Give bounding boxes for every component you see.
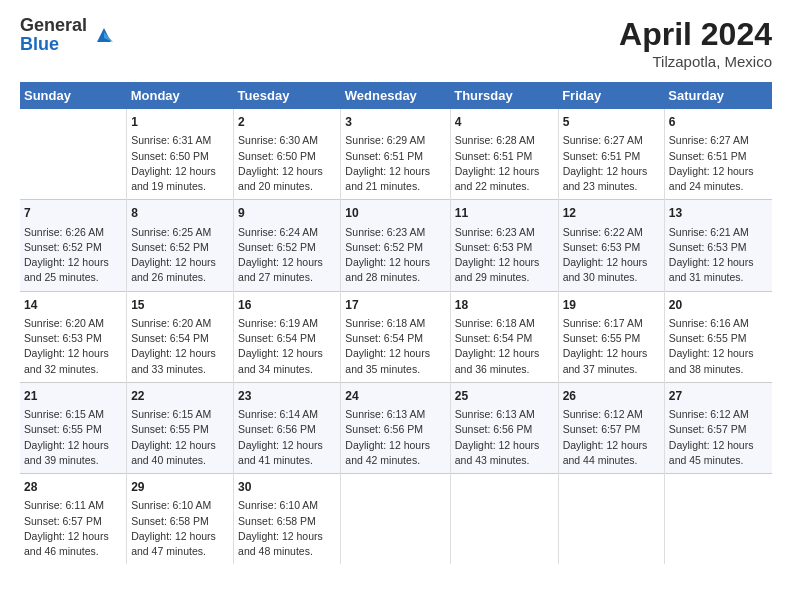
day-number: 13 [669,205,768,222]
day-info: Sunrise: 6:25 AM Sunset: 6:52 PM Dayligh… [131,225,229,286]
day-info: Sunrise: 6:23 AM Sunset: 6:52 PM Dayligh… [345,225,445,286]
calendar-day-cell [341,474,450,565]
calendar-day-cell: 1Sunrise: 6:31 AM Sunset: 6:50 PM Daylig… [127,109,234,200]
day-info: Sunrise: 6:24 AM Sunset: 6:52 PM Dayligh… [238,225,336,286]
calendar-day-cell: 18Sunrise: 6:18 AM Sunset: 6:54 PM Dayli… [450,291,558,382]
day-info: Sunrise: 6:26 AM Sunset: 6:52 PM Dayligh… [24,225,122,286]
day-info: Sunrise: 6:27 AM Sunset: 6:51 PM Dayligh… [563,133,660,194]
calendar-week-row: 1Sunrise: 6:31 AM Sunset: 6:50 PM Daylig… [20,109,772,200]
calendar-week-row: 14Sunrise: 6:20 AM Sunset: 6:53 PM Dayli… [20,291,772,382]
day-number: 20 [669,297,768,314]
day-info: Sunrise: 6:21 AM Sunset: 6:53 PM Dayligh… [669,225,768,286]
calendar-day-cell: 17Sunrise: 6:18 AM Sunset: 6:54 PM Dayli… [341,291,450,382]
day-number: 2 [238,114,336,131]
day-info: Sunrise: 6:23 AM Sunset: 6:53 PM Dayligh… [455,225,554,286]
weekday-header: Friday [558,82,664,109]
day-number: 21 [24,388,122,405]
calendar-week-row: 21Sunrise: 6:15 AM Sunset: 6:55 PM Dayli… [20,382,772,473]
day-info: Sunrise: 6:18 AM Sunset: 6:54 PM Dayligh… [345,316,445,377]
logo-blue: Blue [20,34,59,54]
day-number: 27 [669,388,768,405]
calendar-day-cell: 23Sunrise: 6:14 AM Sunset: 6:56 PM Dayli… [234,382,341,473]
day-number: 28 [24,479,122,496]
weekday-header: Thursday [450,82,558,109]
calendar-day-cell [20,109,127,200]
day-number: 1 [131,114,229,131]
day-number: 30 [238,479,336,496]
day-info: Sunrise: 6:30 AM Sunset: 6:50 PM Dayligh… [238,133,336,194]
calendar-day-cell: 26Sunrise: 6:12 AM Sunset: 6:57 PM Dayli… [558,382,664,473]
day-number: 25 [455,388,554,405]
calendar-day-cell: 4Sunrise: 6:28 AM Sunset: 6:51 PM Daylig… [450,109,558,200]
day-number: 10 [345,205,445,222]
day-number: 4 [455,114,554,131]
day-info: Sunrise: 6:31 AM Sunset: 6:50 PM Dayligh… [131,133,229,194]
calendar-day-cell: 21Sunrise: 6:15 AM Sunset: 6:55 PM Dayli… [20,382,127,473]
day-number: 17 [345,297,445,314]
day-info: Sunrise: 6:17 AM Sunset: 6:55 PM Dayligh… [563,316,660,377]
calendar-day-cell: 15Sunrise: 6:20 AM Sunset: 6:54 PM Dayli… [127,291,234,382]
calendar-table: SundayMondayTuesdayWednesdayThursdayFrid… [20,82,772,564]
weekday-header: Sunday [20,82,127,109]
weekday-header: Saturday [664,82,772,109]
calendar-day-cell: 6Sunrise: 6:27 AM Sunset: 6:51 PM Daylig… [664,109,772,200]
day-number: 15 [131,297,229,314]
calendar-day-cell: 7Sunrise: 6:26 AM Sunset: 6:52 PM Daylig… [20,200,127,291]
day-number: 23 [238,388,336,405]
calendar-day-cell: 27Sunrise: 6:12 AM Sunset: 6:57 PM Dayli… [664,382,772,473]
day-info: Sunrise: 6:10 AM Sunset: 6:58 PM Dayligh… [238,498,336,559]
day-number: 7 [24,205,122,222]
day-number: 6 [669,114,768,131]
calendar-day-cell: 30Sunrise: 6:10 AM Sunset: 6:58 PM Dayli… [234,474,341,565]
calendar-title: April 2024 [619,16,772,53]
day-number: 8 [131,205,229,222]
day-number: 24 [345,388,445,405]
day-number: 16 [238,297,336,314]
day-info: Sunrise: 6:29 AM Sunset: 6:51 PM Dayligh… [345,133,445,194]
logo-general: General [20,15,87,35]
day-info: Sunrise: 6:20 AM Sunset: 6:54 PM Dayligh… [131,316,229,377]
day-info: Sunrise: 6:10 AM Sunset: 6:58 PM Dayligh… [131,498,229,559]
day-number: 14 [24,297,122,314]
calendar-day-cell: 19Sunrise: 6:17 AM Sunset: 6:55 PM Dayli… [558,291,664,382]
day-info: Sunrise: 6:20 AM Sunset: 6:53 PM Dayligh… [24,316,122,377]
calendar-day-cell: 5Sunrise: 6:27 AM Sunset: 6:51 PM Daylig… [558,109,664,200]
day-number: 11 [455,205,554,222]
day-number: 18 [455,297,554,314]
day-info: Sunrise: 6:16 AM Sunset: 6:55 PM Dayligh… [669,316,768,377]
calendar-day-cell [450,474,558,565]
calendar-day-cell: 10Sunrise: 6:23 AM Sunset: 6:52 PM Dayli… [341,200,450,291]
calendar-day-cell: 29Sunrise: 6:10 AM Sunset: 6:58 PM Dayli… [127,474,234,565]
calendar-day-cell: 28Sunrise: 6:11 AM Sunset: 6:57 PM Dayli… [20,474,127,565]
title-block: April 2024 Tilzapotla, Mexico [619,16,772,70]
calendar-day-cell: 12Sunrise: 6:22 AM Sunset: 6:53 PM Dayli… [558,200,664,291]
calendar-day-cell: 25Sunrise: 6:13 AM Sunset: 6:56 PM Dayli… [450,382,558,473]
day-info: Sunrise: 6:14 AM Sunset: 6:56 PM Dayligh… [238,407,336,468]
day-info: Sunrise: 6:22 AM Sunset: 6:53 PM Dayligh… [563,225,660,286]
calendar-day-cell: 8Sunrise: 6:25 AM Sunset: 6:52 PM Daylig… [127,200,234,291]
logo-icon [93,24,115,46]
page-header: General Blue April 2024 Tilzapotla, Mexi… [20,16,772,70]
calendar-location: Tilzapotla, Mexico [619,53,772,70]
calendar-day-cell: 24Sunrise: 6:13 AM Sunset: 6:56 PM Dayli… [341,382,450,473]
day-info: Sunrise: 6:13 AM Sunset: 6:56 PM Dayligh… [455,407,554,468]
calendar-day-cell [558,474,664,565]
day-number: 5 [563,114,660,131]
calendar-week-row: 28Sunrise: 6:11 AM Sunset: 6:57 PM Dayli… [20,474,772,565]
day-number: 26 [563,388,660,405]
calendar-week-row: 7Sunrise: 6:26 AM Sunset: 6:52 PM Daylig… [20,200,772,291]
day-number: 12 [563,205,660,222]
calendar-day-cell: 2Sunrise: 6:30 AM Sunset: 6:50 PM Daylig… [234,109,341,200]
day-info: Sunrise: 6:28 AM Sunset: 6:51 PM Dayligh… [455,133,554,194]
day-info: Sunrise: 6:12 AM Sunset: 6:57 PM Dayligh… [669,407,768,468]
day-info: Sunrise: 6:18 AM Sunset: 6:54 PM Dayligh… [455,316,554,377]
weekday-header: Wednesday [341,82,450,109]
calendar-day-cell: 9Sunrise: 6:24 AM Sunset: 6:52 PM Daylig… [234,200,341,291]
day-info: Sunrise: 6:12 AM Sunset: 6:57 PM Dayligh… [563,407,660,468]
calendar-day-cell: 11Sunrise: 6:23 AM Sunset: 6:53 PM Dayli… [450,200,558,291]
calendar-day-cell: 22Sunrise: 6:15 AM Sunset: 6:55 PM Dayli… [127,382,234,473]
day-info: Sunrise: 6:11 AM Sunset: 6:57 PM Dayligh… [24,498,122,559]
calendar-day-cell: 14Sunrise: 6:20 AM Sunset: 6:53 PM Dayli… [20,291,127,382]
calendar-day-cell: 20Sunrise: 6:16 AM Sunset: 6:55 PM Dayli… [664,291,772,382]
day-info: Sunrise: 6:13 AM Sunset: 6:56 PM Dayligh… [345,407,445,468]
